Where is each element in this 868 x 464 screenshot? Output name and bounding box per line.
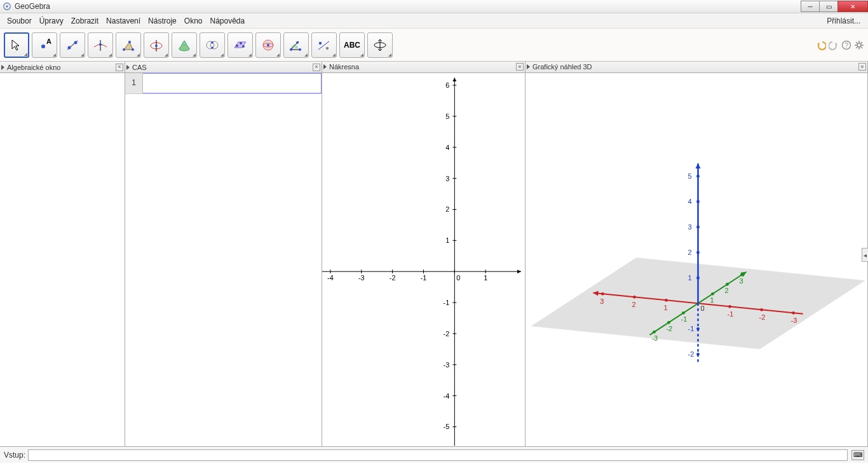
menu-upravy[interactable]: Úpravy [36,15,67,27]
svg-point-110 [696,352,700,355]
circle3d-icon [149,38,164,52]
graphics3d-view[interactable]: -3-2-1123-3-2-1123-2-1123450 [526,73,867,446]
window-close-button[interactable]: ✕ [837,1,868,12]
svg-text:-1: -1 [444,299,450,306]
graphics2d-close-button[interactable]: × [516,63,524,71]
svg-text:6: 6 [445,81,449,89]
tool-intersect-button[interactable] [200,32,225,58]
keyboard-button[interactable]: ⌨ [851,450,864,460]
svg-point-104 [711,292,714,295]
graphics2d-panel-header[interactable]: Nákresna × [322,62,525,73]
svg-point-23 [242,45,245,48]
svg-text:-3: -3 [358,274,365,282]
svg-text:5: 5 [445,112,449,119]
tool-polygon-button[interactable] [116,32,141,58]
intersect-icon [205,38,220,52]
svg-point-32 [319,41,322,44]
tool-angle-button[interactable]: α [283,32,309,58]
svg-text:3: 3 [740,277,743,285]
tool-transform-button[interactable] [311,32,337,58]
cas-panel-header[interactable]: CAS × [125,62,322,73]
svg-point-112 [696,327,700,330]
side-expand-handle[interactable]: ◂ [862,248,868,262]
menu-napoveda[interactable]: Nápověda [206,15,248,27]
svg-text:1: 1 [663,304,667,311]
tool-sphere-button[interactable] [255,32,281,58]
svg-point-100 [667,320,670,324]
undo-icon[interactable] [816,40,826,50]
svg-point-2 [41,44,45,48]
cursor-icon [10,38,24,52]
svg-point-6 [74,41,78,44]
tool-move-button[interactable] [4,32,29,58]
graphics3d-close-button[interactable]: × [858,63,866,71]
command-input[interactable] [28,449,848,461]
svg-point-114 [696,276,700,279]
tool-conic-button[interactable] [172,32,197,58]
svg-point-29 [299,48,301,51]
tool-perpendicular-button[interactable] [88,32,113,58]
svg-text:-1: -1 [681,315,687,323]
window-minimize-button[interactable]: ─ [801,1,820,12]
svg-text:-4: -4 [327,274,334,282]
svg-point-20 [211,46,214,49]
algebra-close-button[interactable]: × [116,64,123,71]
svg-point-120 [696,200,700,203]
svg-text:-4: -4 [444,392,450,399]
svg-text:0: 0 [456,274,460,282]
svg-text:4: 4 [688,198,691,205]
svg-point-28 [290,48,292,51]
svg-point-106 [726,282,729,285]
transform-icon [316,38,332,52]
plane-icon [233,38,248,52]
svg-point-22 [240,42,242,44]
help-icon[interactable]: ? [841,40,851,50]
login-link[interactable]: Přihlásit... [823,15,864,27]
svg-text:-2: -2 [666,325,672,332]
perpendicular-icon [93,38,108,52]
window-maximize-button[interactable]: ▭ [819,1,838,12]
menu-zobrazit[interactable]: Zobrazit [67,15,102,27]
tool-point-button[interactable]: A [32,32,57,58]
algebra-panel-header[interactable]: Algebraické okno × [0,62,125,73]
algebra-panel-title: Algebraické okno [7,64,60,71]
menu-nastaveni[interactable]: Nastavení [102,15,144,27]
svg-point-102 [682,311,685,314]
line-icon [65,38,79,52]
rotate3d-icon [372,38,388,52]
svg-text:2: 2 [725,287,729,294]
tool-line-button[interactable] [60,32,85,58]
svg-point-21 [236,44,238,47]
svg-point-5 [68,46,71,49]
svg-text:3: 3 [688,223,691,231]
cas-input[interactable] [143,73,322,93]
svg-text:3: 3 [445,174,449,182]
tool-rotate3d-button[interactable] [367,32,393,58]
svg-line-44 [861,42,862,43]
tool-circle-button[interactable] [144,32,169,58]
gear-icon[interactable] [854,40,864,50]
svg-point-14 [155,44,158,47]
sphere-icon [261,38,276,52]
svg-point-98 [653,330,656,333]
svg-point-33 [326,46,329,49]
svg-text:4: 4 [445,143,449,151]
cas-close-button[interactable]: × [313,64,320,71]
graphics2d-panel-title: Nákresna [329,63,359,71]
menu-soubor[interactable]: Soubor [3,15,36,27]
graphics3d-panel-header[interactable]: Grafický náhled 3D × [526,62,867,73]
algebra-content [0,73,125,446]
svg-text:-2: -2 [444,329,450,337]
cas-panel-title: CAS [132,64,147,71]
angle-icon: α [288,38,304,52]
tool-text-button[interactable]: ABC [339,32,365,58]
tool-plane-button[interactable] [227,32,253,58]
svg-point-37 [857,43,861,47]
svg-text:-3: -3 [444,360,450,368]
menu-nastroje[interactable]: Nástroje [144,15,180,27]
svg-point-30 [296,41,299,44]
redo-icon[interactable] [829,40,839,50]
menu-okno[interactable]: Okno [180,15,207,27]
graphics2d-view[interactable]: -4-3-2-101-5-4-3-2-1123456 [322,73,525,446]
svg-text:A: A [46,38,51,45]
